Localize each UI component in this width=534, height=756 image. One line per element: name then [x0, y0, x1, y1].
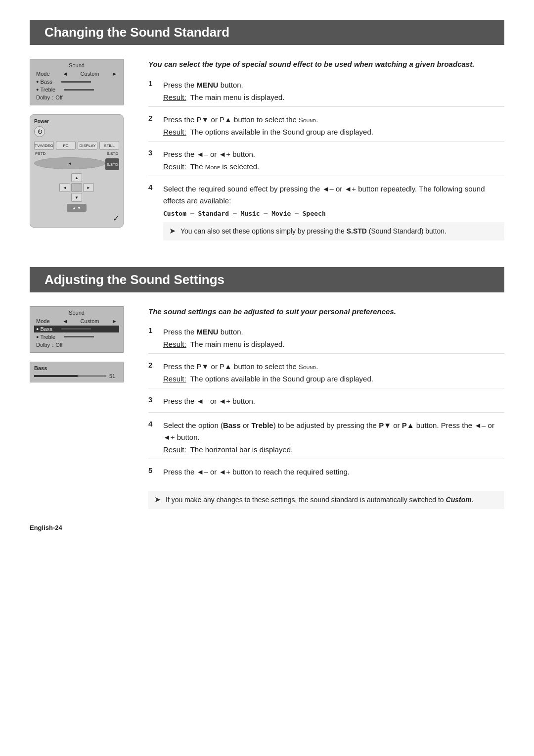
- section1-title: Changing the Sound Standard: [44, 25, 490, 40]
- s2-step3-number: 3: [148, 395, 157, 407]
- section-adjusting-sound-settings: Adjusting the Sound Settings Sound Mode …: [30, 267, 504, 510]
- section1-left-col: Sound Mode ◄ Custom ► ● Bass ● Treble: [30, 59, 134, 252]
- step4-number: 4: [148, 183, 157, 240]
- section2-right-col: The sound settings can be adjusted to su…: [148, 306, 504, 510]
- remote-nav-cross: ▲ ◄ ► ▼: [59, 173, 94, 202]
- bass-slider-mockup: Bass 51: [30, 362, 124, 382]
- s2-step2-result: Result: The options available in the Sou…: [163, 375, 504, 383]
- s2-step2-content: Press the P▼ or P▲ button to select the …: [163, 361, 504, 383]
- section1-note: ➤ You can also set these options simply …: [163, 222, 504, 240]
- remote-top-buttons: TV/VIDEO PC DISPLAY STILL: [34, 141, 119, 150]
- remote-pstd-sstd-labels: PSTD S.STD: [34, 151, 119, 156]
- step3-result-text: The Mode is selected.: [190, 162, 260, 171]
- section1-steps: 1 Press the MENU button. Result: The mai…: [148, 79, 504, 245]
- bass-slider-fill: [34, 375, 78, 377]
- step3-content: Press the ◄– or ◄+ button. Result: The M…: [163, 148, 504, 171]
- s2-step4-instruction: Select the option (Bass or Treble) to be…: [163, 420, 504, 443]
- s2-step2-number: 2: [148, 361, 157, 383]
- screen2-left-arrow: ◄: [62, 318, 68, 324]
- remote-nav-center: [71, 183, 82, 192]
- note-icon: ➤: [169, 226, 176, 236]
- s2-step1-result: Result: The main menu is displayed.: [163, 340, 504, 348]
- step1-result: Result: The main menu is displayed.: [163, 93, 504, 101]
- s2-step1-result-text: The main menu is displayed.: [190, 340, 285, 348]
- section1-body: Sound Mode ◄ Custom ► ● Bass ● Treble: [30, 59, 504, 252]
- section2-note-icon: ➤: [154, 495, 161, 505]
- s2-step2-instruction: Press the P▼ or P▲ button to select the …: [163, 361, 504, 373]
- section1-intro: You can select the type of special sound…: [148, 59, 504, 70]
- section2-step5: 5 Press the ◄– or ◄+ button to reach the…: [148, 466, 504, 483]
- step2-number: 2: [148, 114, 157, 136]
- remote-tvvideo-btn[interactable]: TV/VIDEO: [34, 141, 54, 150]
- screen2-right-arrow: ►: [112, 318, 117, 324]
- section-changing-sound-standard: Changing the Sound Standard Sound Mode ◄…: [30, 20, 504, 252]
- section2-title: Adjusting the Sound Settings: [44, 272, 490, 287]
- remote-checkmark: ✓: [34, 214, 119, 223]
- s2-step1-number: 1: [148, 326, 157, 348]
- screen2-bass-item: ● Bass: [34, 326, 119, 332]
- step1-content: Press the MENU button. Result: The main …: [163, 79, 504, 101]
- section1-right-col: You can select the type of special sound…: [148, 59, 504, 252]
- s2-step4-number: 4: [148, 420, 157, 454]
- screen1-bass-item: ● Bass: [34, 78, 119, 85]
- bass-slider-row: 51: [34, 373, 119, 379]
- screen1-bass-bar: [61, 81, 91, 83]
- section1-step3: 3 Press the ◄– or ◄+ button. Result: The…: [148, 148, 504, 176]
- remote-still-btn[interactable]: STILL: [99, 141, 119, 150]
- section2-step1: 1 Press the MENU button. Result: The mai…: [148, 326, 504, 354]
- s2-step2-result-text: The options available in the Sound group…: [190, 375, 373, 383]
- step4-chain: Custom – Standard – Music – Movie – Spee…: [163, 210, 504, 217]
- page-label: English-24: [30, 524, 62, 531]
- step2-result-label: Result:: [163, 128, 186, 136]
- s2-step5-content: Press the ◄– or ◄+ button to reach the r…: [163, 466, 504, 478]
- screen1-dolby-item: Dolby : Off: [34, 94, 119, 101]
- screen1-title: Sound: [34, 62, 119, 68]
- remote-power-label: Power: [34, 119, 119, 124]
- remote-extra-btn[interactable]: ▲ ▼: [67, 204, 87, 212]
- remote-pstd-label: PSTD: [35, 151, 45, 156]
- section2-step3: 3 Press the ◄– or ◄+ button.: [148, 395, 504, 413]
- step2-result-text: The options available in the Sound group…: [190, 128, 373, 136]
- section2-body: Sound Mode ◄ Custom ► ● Bass ● Treble: [30, 306, 504, 510]
- section2-step4: 4 Select the option (Bass or Treble) to …: [148, 420, 504, 459]
- remote-sstd-label: S.STD: [106, 151, 118, 156]
- remote-nav-up[interactable]: ▲: [71, 173, 82, 182]
- section2-screen-mockup: Sound Mode ◄ Custom ► ● Bass ● Treble: [30, 306, 124, 353]
- remote-nav-mid-row: ◄ ►: [59, 183, 94, 192]
- s2-step4-result-label: Result:: [163, 445, 186, 454]
- page-footer: English-24: [30, 524, 504, 531]
- s2-step2-result-label: Result:: [163, 375, 186, 383]
- step1-result-label: Result:: [163, 93, 186, 101]
- screen2-mode-row: Mode ◄ Custom ►: [34, 318, 119, 325]
- mode-label-inline: Mode: [205, 163, 220, 171]
- remote-pc-btn[interactable]: PC: [56, 141, 76, 150]
- section1-screen-mockup: Sound Mode ◄ Custom ► ● Bass ● Treble: [30, 59, 124, 105]
- section1-remote-mockup: Power ⏻ TV/VIDEO PC DISPLAY STILL PSTD S…: [30, 114, 124, 228]
- bass-slider-value: 51: [109, 373, 119, 379]
- section2-header: Adjusting the Sound Settings: [30, 267, 504, 292]
- screen2-mode-value: Custom: [81, 318, 99, 324]
- section2-note-box: ➤ If you make any changes to these setti…: [148, 491, 504, 509]
- s2-sound-inline: Sound: [299, 363, 316, 371]
- step2-content: Press the P▼ or P▲ button to select the …: [163, 114, 504, 136]
- remote-nav-down[interactable]: ▼: [71, 193, 82, 202]
- screen1-treble-label: Treble: [40, 87, 55, 93]
- screen2-dolby-value: Off: [55, 342, 62, 348]
- remote-nav-left[interactable]: ◄: [59, 183, 70, 192]
- step1-result-text: The main menu is displayed.: [190, 93, 285, 101]
- remote-sstd-button[interactable]: S.STD: [105, 158, 119, 170]
- remote-pstd-button[interactable]: ◄: [34, 157, 105, 169]
- step1-instruction: Press the MENU button.: [163, 79, 504, 91]
- s2-step5-number: 5: [148, 466, 157, 478]
- screen1-left-arrow: ◄: [62, 71, 68, 77]
- s2-step5-instruction: Press the ◄– or ◄+ button to reach the r…: [163, 466, 504, 478]
- step3-number: 3: [148, 148, 157, 171]
- remote-power-button[interactable]: ⏻: [34, 126, 45, 137]
- note-text: You can also set these options simply by…: [180, 226, 446, 236]
- remote-display-btn[interactable]: DISPLAY: [78, 141, 97, 150]
- section1-step2: 2 Press the P▼ or P▲ button to select th…: [148, 114, 504, 142]
- screen2-dolby-label: Dolby: [36, 342, 50, 348]
- remote-nav-right[interactable]: ►: [83, 183, 94, 192]
- section2-step2: 2 Press the P▼ or P▲ button to select th…: [148, 361, 504, 388]
- step4-content: Select the required sound effect by pres…: [163, 183, 504, 240]
